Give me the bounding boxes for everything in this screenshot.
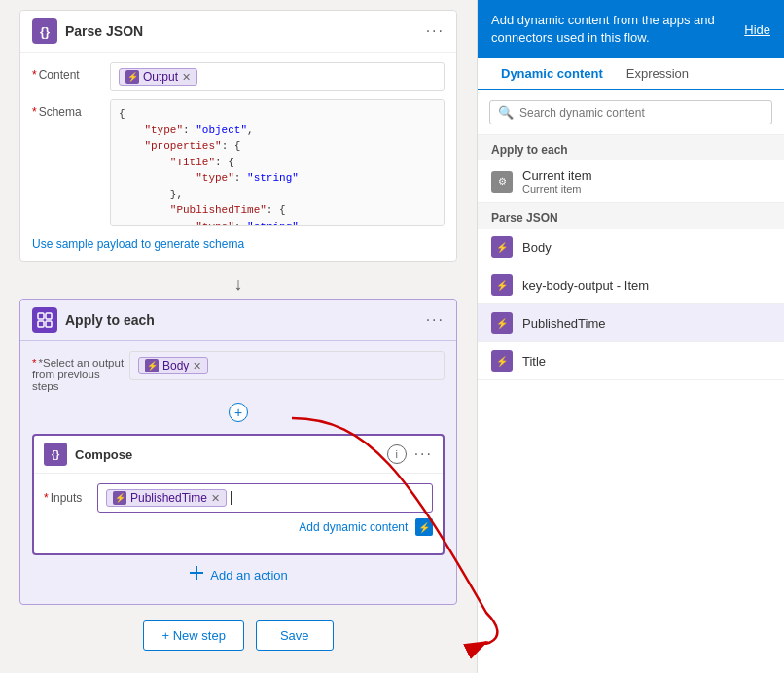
add-dynamic-link[interactable]: Add dynamic content (299, 520, 408, 534)
panel-tabs: Dynamic content Expression (478, 58, 784, 90)
svg-rect-0 (38, 313, 44, 319)
title-item-icon: ⚡ (491, 350, 513, 372)
parse-json-icon: {} (32, 18, 57, 44)
output-token-close[interactable]: ✕ (182, 71, 191, 84)
svg-rect-2 (38, 321, 44, 327)
svg-rect-3 (46, 321, 52, 327)
inputs-field[interactable]: ⚡ PublishedTime ✕ (97, 483, 433, 513)
compose-card: {} Compose i ··· Inputs ⚡ Publis (32, 434, 445, 555)
save-button[interactable]: Save (256, 620, 334, 651)
title-item-text: Title (522, 354, 770, 369)
output-token: ⚡ Output ✕ (119, 68, 197, 86)
search-box: 🔍 (489, 100, 772, 124)
apply-to-each-card: Apply to each ··· *Select an outputfrom … (19, 299, 457, 605)
add-action-row[interactable]: Add an action (32, 555, 445, 594)
inputs-label: Inputs (44, 491, 97, 505)
body-token: ⚡ Body ✕ (138, 357, 208, 374)
apply-card-menu[interactable]: ··· (426, 311, 445, 329)
add-action-label: Add an action (210, 568, 288, 583)
panel-header: Add dynamic content from the apps and co… (478, 0, 784, 58)
body-token-close[interactable]: ✕ (193, 360, 201, 372)
current-item-icon: ⚙ (491, 171, 513, 193)
tab-expression[interactable]: Expression (615, 58, 700, 89)
body-title: Body (522, 240, 770, 255)
key-body-text: key-body-output - Item (522, 278, 770, 293)
compose-body: Inputs ⚡ PublishedTime ✕ Add dynamic con… (34, 474, 443, 553)
apply-card-icon (32, 307, 57, 333)
panel-hide-btn[interactable]: Hide (744, 22, 770, 37)
panel-content: Apply to each ⚙ Current item Current ite… (478, 135, 784, 673)
key-body-icon: ⚡ (491, 274, 513, 296)
plus-circle-btn[interactable]: + (229, 403, 248, 422)
content-label: Content (32, 62, 110, 82)
apply-card-title: Apply to each (65, 312, 426, 328)
panel-header-text: Add dynamic content from the apps and co… (491, 12, 744, 47)
bottom-actions: + New step Save (19, 620, 457, 651)
compose-menu[interactable]: ··· (414, 445, 433, 463)
arrow-connector-1: ↓ (19, 269, 457, 299)
content-row: Content ⚡ Output ✕ (32, 62, 445, 91)
add-action-icon (189, 565, 204, 584)
panel-item-published-time[interactable]: ⚡ PublishedTime (478, 304, 784, 342)
apply-card-header: Apply to each ··· (20, 300, 456, 341)
tab-dynamic-content[interactable]: Dynamic content (489, 58, 615, 90)
title-item-title: Title (522, 354, 770, 369)
current-item-title: Current item (522, 168, 770, 183)
panel-search: 🔍 (478, 90, 784, 135)
publishedtime-token-icon: ⚡ (113, 491, 126, 505)
inputs-row: Inputs ⚡ PublishedTime ✕ (44, 483, 433, 513)
published-time-title: PublishedTime (522, 316, 770, 331)
key-body-title: key-body-output - Item (522, 278, 770, 293)
right-panel: Add dynamic content from the apps and co… (477, 0, 784, 673)
select-output-row: *Select an outputfrom previous steps ⚡ B… (32, 351, 445, 392)
parse-json-body: Content ⚡ Output ✕ Schema { "type": "obj… (20, 53, 456, 261)
body-text: Body (522, 240, 770, 255)
section-label-apply: Apply to each (478, 135, 784, 160)
select-input[interactable]: ⚡ Body ✕ (129, 351, 445, 380)
schema-label: Schema (32, 99, 110, 119)
current-item-text: Current item Current item (522, 168, 770, 195)
apply-card-body: *Select an outputfrom previous steps ⚡ B… (20, 341, 456, 604)
text-cursor (231, 491, 232, 505)
schema-row: Schema { "type": "object", "properties":… (32, 99, 445, 226)
panel-item-key-body[interactable]: ⚡ key-body-output - Item (478, 266, 784, 304)
compose-actions: i ··· (387, 444, 433, 464)
plus-connector: + (32, 400, 445, 424)
panel-item-title-item[interactable]: ⚡ Title (478, 342, 784, 380)
search-icon: 🔍 (498, 105, 514, 120)
compose-icon: {} (44, 443, 67, 466)
parse-json-header: {} Parse JSON ··· (20, 11, 456, 53)
content-input[interactable]: ⚡ Output ✕ (110, 62, 445, 91)
panel-item-current-item[interactable]: ⚙ Current item Current item (478, 160, 784, 203)
svg-rect-5 (196, 566, 197, 580)
current-item-subtitle: Current item (522, 183, 770, 195)
parse-json-title: Parse JSON (65, 23, 426, 39)
publishedtime-token-close[interactable]: ✕ (211, 492, 220, 505)
publishedtime-token: ⚡ PublishedTime ✕ (106, 489, 227, 507)
add-dynamic-row: Add dynamic content ⚡ (44, 518, 433, 536)
search-input[interactable] (519, 106, 764, 120)
published-time-icon: ⚡ (491, 312, 513, 334)
body-token-icon: ⚡ (145, 359, 159, 372)
output-token-icon: ⚡ (125, 70, 139, 84)
published-time-text: PublishedTime (522, 316, 770, 331)
schema-input[interactable]: { "type": "object", "properties": { "Tit… (110, 99, 445, 226)
svg-rect-1 (46, 313, 52, 319)
compose-header: {} Compose i ··· (34, 436, 443, 474)
dynamic-link-icon: ⚡ (415, 518, 433, 536)
parse-json-menu[interactable]: ··· (426, 22, 445, 40)
compose-title: Compose (75, 447, 387, 462)
schema-link[interactable]: Use sample payload to generate schema (32, 237, 244, 251)
panel-item-body[interactable]: ⚡ Body (478, 229, 784, 266)
new-step-button[interactable]: + New step (143, 620, 243, 651)
compose-info-btn[interactable]: i (387, 444, 407, 464)
section-label-parse-json: Parse JSON (478, 203, 784, 229)
parse-json-card: {} Parse JSON ··· Content ⚡ Output ✕ Sch… (19, 10, 457, 262)
body-icon: ⚡ (491, 236, 513, 258)
select-label: *Select an outputfrom previous steps (32, 351, 129, 392)
